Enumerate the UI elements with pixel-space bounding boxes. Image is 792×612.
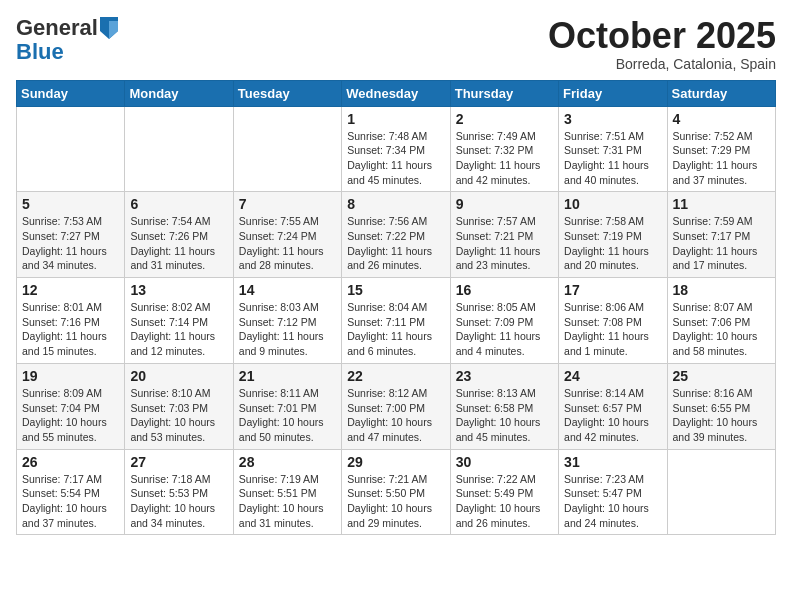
day-info: Sunrise: 7:19 AM Sunset: 5:51 PM Dayligh… xyxy=(239,472,336,531)
day-number: 30 xyxy=(456,454,553,470)
calendar-cell: 30Sunrise: 7:22 AM Sunset: 5:49 PM Dayli… xyxy=(450,449,558,535)
calendar-cell: 31Sunrise: 7:23 AM Sunset: 5:47 PM Dayli… xyxy=(559,449,667,535)
title-block: October 2025 Borreda, Catalonia, Spain xyxy=(548,16,776,72)
day-info: Sunrise: 8:16 AM Sunset: 6:55 PM Dayligh… xyxy=(673,386,770,445)
day-info: Sunrise: 8:05 AM Sunset: 7:09 PM Dayligh… xyxy=(456,300,553,359)
day-info: Sunrise: 7:22 AM Sunset: 5:49 PM Dayligh… xyxy=(456,472,553,531)
day-number: 2 xyxy=(456,111,553,127)
calendar-cell: 18Sunrise: 8:07 AM Sunset: 7:06 PM Dayli… xyxy=(667,278,775,364)
calendar-cell: 8Sunrise: 7:56 AM Sunset: 7:22 PM Daylig… xyxy=(342,192,450,278)
day-info: Sunrise: 7:58 AM Sunset: 7:19 PM Dayligh… xyxy=(564,214,661,273)
day-info: Sunrise: 7:57 AM Sunset: 7:21 PM Dayligh… xyxy=(456,214,553,273)
day-info: Sunrise: 8:12 AM Sunset: 7:00 PM Dayligh… xyxy=(347,386,444,445)
logo-icon xyxy=(100,17,118,39)
day-info: Sunrise: 7:54 AM Sunset: 7:26 PM Dayligh… xyxy=(130,214,227,273)
day-info: Sunrise: 7:52 AM Sunset: 7:29 PM Dayligh… xyxy=(673,129,770,188)
calendar-cell: 24Sunrise: 8:14 AM Sunset: 6:57 PM Dayli… xyxy=(559,363,667,449)
day-info: Sunrise: 8:02 AM Sunset: 7:14 PM Dayligh… xyxy=(130,300,227,359)
day-number: 18 xyxy=(673,282,770,298)
day-header-tuesday: Tuesday xyxy=(233,80,341,106)
day-number: 29 xyxy=(347,454,444,470)
day-header-saturday: Saturday xyxy=(667,80,775,106)
day-info: Sunrise: 8:01 AM Sunset: 7:16 PM Dayligh… xyxy=(22,300,119,359)
location-subtitle: Borreda, Catalonia, Spain xyxy=(548,56,776,72)
calendar-cell: 14Sunrise: 8:03 AM Sunset: 7:12 PM Dayli… xyxy=(233,278,341,364)
calendar-cell: 2Sunrise: 7:49 AM Sunset: 7:32 PM Daylig… xyxy=(450,106,558,192)
day-number: 6 xyxy=(130,196,227,212)
day-number: 8 xyxy=(347,196,444,212)
day-header-sunday: Sunday xyxy=(17,80,125,106)
day-info: Sunrise: 8:06 AM Sunset: 7:08 PM Dayligh… xyxy=(564,300,661,359)
calendar-cell: 5Sunrise: 7:53 AM Sunset: 7:27 PM Daylig… xyxy=(17,192,125,278)
day-number: 11 xyxy=(673,196,770,212)
day-number: 31 xyxy=(564,454,661,470)
calendar-cell: 19Sunrise: 8:09 AM Sunset: 7:04 PM Dayli… xyxy=(17,363,125,449)
day-number: 19 xyxy=(22,368,119,384)
day-number: 14 xyxy=(239,282,336,298)
day-info: Sunrise: 7:17 AM Sunset: 5:54 PM Dayligh… xyxy=(22,472,119,531)
calendar-cell: 1Sunrise: 7:48 AM Sunset: 7:34 PM Daylig… xyxy=(342,106,450,192)
day-number: 21 xyxy=(239,368,336,384)
day-info: Sunrise: 8:11 AM Sunset: 7:01 PM Dayligh… xyxy=(239,386,336,445)
day-number: 15 xyxy=(347,282,444,298)
day-info: Sunrise: 7:21 AM Sunset: 5:50 PM Dayligh… xyxy=(347,472,444,531)
calendar-cell: 21Sunrise: 8:11 AM Sunset: 7:01 PM Dayli… xyxy=(233,363,341,449)
calendar-cell: 20Sunrise: 8:10 AM Sunset: 7:03 PM Dayli… xyxy=(125,363,233,449)
day-info: Sunrise: 7:18 AM Sunset: 5:53 PM Dayligh… xyxy=(130,472,227,531)
calendar-cell: 29Sunrise: 7:21 AM Sunset: 5:50 PM Dayli… xyxy=(342,449,450,535)
calendar-cell: 11Sunrise: 7:59 AM Sunset: 7:17 PM Dayli… xyxy=(667,192,775,278)
calendar-cell: 23Sunrise: 8:13 AM Sunset: 6:58 PM Dayli… xyxy=(450,363,558,449)
day-number: 27 xyxy=(130,454,227,470)
calendar-week-5: 26Sunrise: 7:17 AM Sunset: 5:54 PM Dayli… xyxy=(17,449,776,535)
day-info: Sunrise: 7:23 AM Sunset: 5:47 PM Dayligh… xyxy=(564,472,661,531)
day-number: 17 xyxy=(564,282,661,298)
day-header-monday: Monday xyxy=(125,80,233,106)
day-number: 25 xyxy=(673,368,770,384)
calendar-table: SundayMondayTuesdayWednesdayThursdayFrid… xyxy=(16,80,776,536)
day-number: 16 xyxy=(456,282,553,298)
calendar-week-1: 1Sunrise: 7:48 AM Sunset: 7:34 PM Daylig… xyxy=(17,106,776,192)
day-info: Sunrise: 7:53 AM Sunset: 7:27 PM Dayligh… xyxy=(22,214,119,273)
day-info: Sunrise: 8:04 AM Sunset: 7:11 PM Dayligh… xyxy=(347,300,444,359)
day-info: Sunrise: 7:55 AM Sunset: 7:24 PM Dayligh… xyxy=(239,214,336,273)
calendar-cell: 6Sunrise: 7:54 AM Sunset: 7:26 PM Daylig… xyxy=(125,192,233,278)
calendar-cell: 13Sunrise: 8:02 AM Sunset: 7:14 PM Dayli… xyxy=(125,278,233,364)
day-info: Sunrise: 7:51 AM Sunset: 7:31 PM Dayligh… xyxy=(564,129,661,188)
calendar-cell: 9Sunrise: 7:57 AM Sunset: 7:21 PM Daylig… xyxy=(450,192,558,278)
calendar-cell: 27Sunrise: 7:18 AM Sunset: 5:53 PM Dayli… xyxy=(125,449,233,535)
calendar-week-4: 19Sunrise: 8:09 AM Sunset: 7:04 PM Dayli… xyxy=(17,363,776,449)
calendar-header-row: SundayMondayTuesdayWednesdayThursdayFrid… xyxy=(17,80,776,106)
day-number: 28 xyxy=(239,454,336,470)
day-header-thursday: Thursday xyxy=(450,80,558,106)
calendar-cell: 22Sunrise: 8:12 AM Sunset: 7:00 PM Dayli… xyxy=(342,363,450,449)
day-number: 5 xyxy=(22,196,119,212)
day-number: 4 xyxy=(673,111,770,127)
calendar-cell xyxy=(233,106,341,192)
day-number: 24 xyxy=(564,368,661,384)
day-number: 10 xyxy=(564,196,661,212)
calendar-cell: 10Sunrise: 7:58 AM Sunset: 7:19 PM Dayli… xyxy=(559,192,667,278)
day-info: Sunrise: 7:56 AM Sunset: 7:22 PM Dayligh… xyxy=(347,214,444,273)
day-number: 3 xyxy=(564,111,661,127)
day-info: Sunrise: 8:14 AM Sunset: 6:57 PM Dayligh… xyxy=(564,386,661,445)
calendar-cell: 15Sunrise: 8:04 AM Sunset: 7:11 PM Dayli… xyxy=(342,278,450,364)
day-number: 13 xyxy=(130,282,227,298)
day-info: Sunrise: 8:07 AM Sunset: 7:06 PM Dayligh… xyxy=(673,300,770,359)
day-info: Sunrise: 8:13 AM Sunset: 6:58 PM Dayligh… xyxy=(456,386,553,445)
day-info: Sunrise: 7:48 AM Sunset: 7:34 PM Dayligh… xyxy=(347,129,444,188)
day-number: 26 xyxy=(22,454,119,470)
day-number: 12 xyxy=(22,282,119,298)
calendar-cell: 7Sunrise: 7:55 AM Sunset: 7:24 PM Daylig… xyxy=(233,192,341,278)
calendar-week-3: 12Sunrise: 8:01 AM Sunset: 7:16 PM Dayli… xyxy=(17,278,776,364)
day-number: 22 xyxy=(347,368,444,384)
calendar-cell: 3Sunrise: 7:51 AM Sunset: 7:31 PM Daylig… xyxy=(559,106,667,192)
day-number: 7 xyxy=(239,196,336,212)
day-info: Sunrise: 8:09 AM Sunset: 7:04 PM Dayligh… xyxy=(22,386,119,445)
calendar-cell: 28Sunrise: 7:19 AM Sunset: 5:51 PM Dayli… xyxy=(233,449,341,535)
day-number: 20 xyxy=(130,368,227,384)
calendar-cell xyxy=(125,106,233,192)
calendar-cell: 26Sunrise: 7:17 AM Sunset: 5:54 PM Dayli… xyxy=(17,449,125,535)
day-number: 1 xyxy=(347,111,444,127)
calendar-cell: 25Sunrise: 8:16 AM Sunset: 6:55 PM Dayli… xyxy=(667,363,775,449)
day-header-wednesday: Wednesday xyxy=(342,80,450,106)
